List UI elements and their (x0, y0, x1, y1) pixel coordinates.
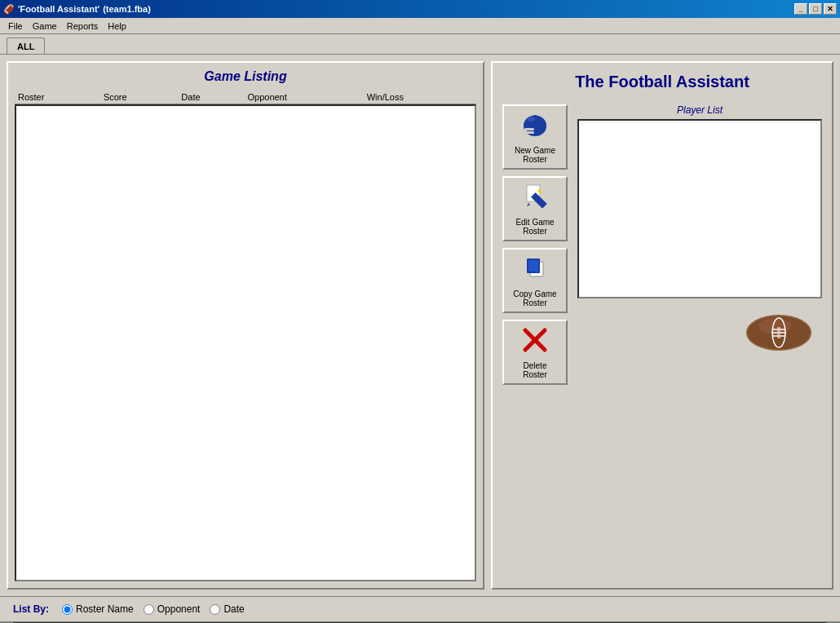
game-table-header: Roster Score Date Opponent Win/Loss (15, 91, 476, 104)
game-listing-panel: Game Listing Roster Score Date Opponent … (7, 61, 484, 590)
list-by-label: List By: (13, 603, 49, 615)
main-content: Game Listing Roster Score Date Opponent … (0, 55, 840, 596)
svg-marker-7 (527, 203, 530, 206)
delete-roster-button[interactable]: DeleteRoster (502, 320, 568, 385)
app-title: 'Football Assistant' (18, 4, 99, 14)
menu-game[interactable]: Game (28, 20, 62, 33)
tab-all[interactable]: ALL (7, 38, 45, 54)
title-bar: 🏈 'Football Assistant' (team1.fba) _ □ ✕ (0, 0, 840, 18)
radio-roster-name[interactable]: Roster Name (62, 603, 134, 615)
radio-roster-name-label: Roster Name (76, 603, 134, 615)
player-list-box[interactable] (577, 119, 822, 298)
col-roster: Roster (15, 91, 100, 104)
svg-rect-11 (528, 260, 538, 272)
radio-date-label: Date (223, 603, 244, 615)
radio-opponent-input[interactable] (144, 604, 154, 615)
right-panel-body: New GameRoster (502, 104, 822, 578)
tab-bar: ALL (0, 34, 840, 54)
radio-opponent-label: Opponent (157, 603, 201, 615)
copy-game-roster-button[interactable]: Copy GameRoster (502, 248, 568, 313)
title-bar-controls: _ □ ✕ (794, 3, 837, 15)
col-winloss: Win/Loss (364, 91, 476, 104)
copy-game-roster-label: Copy GameRoster (513, 289, 556, 307)
action-buttons-column: New GameRoster (502, 104, 568, 578)
svg-rect-2 (524, 131, 534, 134)
col-opponent: Opponent (244, 91, 363, 104)
football-image (742, 308, 816, 357)
delete-icon (520, 325, 550, 358)
player-list-section: Player List (577, 104, 822, 578)
bottom-bar: List By: Roster Name Opponent Date (0, 596, 840, 621)
copy-icon (520, 254, 550, 286)
menu-reports[interactable]: Reports (62, 20, 104, 33)
new-game-roster-label: New GameRoster (515, 146, 555, 164)
menu-help[interactable]: Help (103, 20, 131, 33)
close-button[interactable]: ✕ (824, 3, 837, 15)
new-game-roster-button[interactable]: New GameRoster (502, 104, 568, 170)
col-date: Date (178, 91, 244, 104)
radio-date[interactable]: Date (210, 603, 244, 615)
game-listing-title: Game Listing (15, 69, 476, 84)
app-subtitle: (team1.fba) (103, 4, 151, 14)
menu-file[interactable]: File (3, 20, 28, 33)
app-icon: 🏈 (3, 4, 15, 15)
minimize-button[interactable]: _ (794, 3, 807, 15)
edit-icon (520, 182, 550, 214)
svg-point-4 (527, 117, 535, 122)
radio-group: Roster Name Opponent Date (62, 603, 245, 615)
helmet-icon (520, 110, 550, 143)
right-panel: The Football Assistant (491, 61, 833, 590)
right-panel-title: The Football Assistant (502, 73, 822, 91)
col-score: Score (100, 91, 178, 104)
radio-date-input[interactable] (210, 604, 220, 615)
radio-roster-name-input[interactable] (62, 604, 73, 615)
title-bar-left: 🏈 'Football Assistant' (team1.fba) (3, 4, 151, 15)
maximize-button[interactable]: □ (809, 3, 822, 15)
radio-opponent[interactable]: Opponent (144, 603, 201, 615)
delete-roster-label: DeleteRoster (523, 361, 546, 379)
menu-bar: File Game Reports Help (0, 18, 840, 34)
edit-game-roster-label: Edit GameRoster (515, 218, 554, 236)
edit-game-roster-button[interactable]: Edit GameRoster (502, 176, 568, 241)
game-list-area[interactable] (15, 104, 476, 581)
football-area (577, 302, 822, 364)
player-list-label: Player List (577, 104, 822, 116)
svg-rect-3 (524, 128, 534, 130)
